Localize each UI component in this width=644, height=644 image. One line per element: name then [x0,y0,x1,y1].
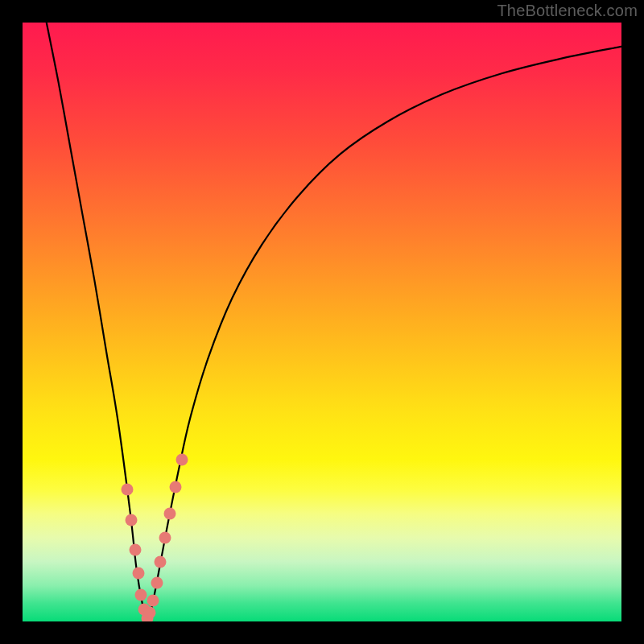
scatter-point [170,481,182,493]
scatter-point [164,508,176,520]
scatter-points [23,23,621,621]
scatter-point [132,568,144,580]
scatter-point [144,606,156,618]
scatter-point [159,531,171,543]
scatter-point [122,484,134,496]
scatter-point [129,543,141,555]
scatter-point [126,514,138,526]
scatter-point [155,555,167,568]
scatter-point [175,454,188,466]
scatter-point [147,594,159,606]
plot-area [23,23,621,621]
chart-frame: TheBottleneck.com [0,0,644,644]
watermark-text: TheBottleneck.com [497,2,638,20]
scatter-point [135,588,147,601]
scatter-point [151,576,163,588]
